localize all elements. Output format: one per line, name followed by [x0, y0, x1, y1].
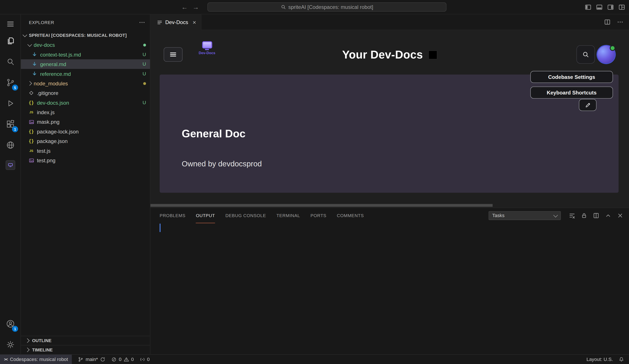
- online-status-dot: [610, 45, 615, 51]
- more-actions-icon[interactable]: [617, 19, 624, 25]
- command-center-search[interactable]: spriteAI [Codespaces: musical robot]: [207, 2, 446, 12]
- scm-badge: 5: [12, 85, 18, 91]
- remote-indicator[interactable]: >< Codespaces: musical robot: [0, 355, 72, 364]
- bottom-panel: PROBLEMS OUTPUT DEBUG CONSOLE TERMINAL P…: [151, 208, 629, 354]
- webview-search-button[interactable]: [577, 45, 595, 64]
- vscode-window: ← → spriteAI [Codespaces: musical robot]: [0, 0, 629, 364]
- sidebar-item-search[interactable]: [0, 55, 21, 69]
- edit-button[interactable]: [579, 99, 597, 111]
- markdown-icon: [31, 61, 38, 67]
- back-button[interactable]: ←: [181, 4, 188, 11]
- sidebar-item-run-debug[interactable]: [0, 96, 21, 111]
- tree-root-spriteai[interactable]: SPRITEAI [CODESPACES: MUSICAL ROBOT]: [21, 31, 150, 40]
- json-icon: {}: [28, 128, 34, 135]
- maximize-panel-icon[interactable]: [605, 212, 612, 219]
- git-branch-item[interactable]: main*: [75, 355, 108, 364]
- doc-title: General Doc: [182, 128, 246, 140]
- keyboard-shortcuts-button[interactable]: Keyboard Shortcuts: [530, 87, 613, 98]
- notifications-button[interactable]: [616, 355, 629, 364]
- page-title: Your Dev-Docs: [342, 49, 423, 61]
- file-test-js[interactable]: JS test.js: [21, 146, 150, 155]
- git-untracked-badge: U: [143, 61, 146, 67]
- globe-icon: [6, 140, 15, 150]
- output-channel-select[interactable]: Tasks: [489, 211, 561, 220]
- search-icon: [6, 57, 15, 67]
- gear-icon: [6, 340, 15, 349]
- markdown-icon: [31, 51, 38, 58]
- output-cursor: [160, 224, 160, 232]
- layout-status-item[interactable]: Layout: U.S.: [584, 355, 616, 364]
- devdocs-logo-image: [202, 41, 212, 48]
- tab-output[interactable]: OUTPUT: [196, 208, 215, 223]
- outline-section-header[interactable]: OUTLINE: [21, 336, 150, 345]
- timeline-section-header[interactable]: TIMELINE: [21, 345, 150, 354]
- sync-icon: [100, 357, 106, 362]
- file-package-lock-json[interactable]: {} package-lock.json: [21, 127, 150, 136]
- codebase-settings-button[interactable]: Codebase Settings: [530, 71, 613, 83]
- accounts-button[interactable]: 1: [0, 317, 21, 331]
- chevron-right-icon: [25, 348, 29, 352]
- chevron-right-icon: [27, 81, 32, 86]
- editor-tab-bar: Dev-Docs ×: [151, 14, 629, 30]
- close-tab-icon[interactable]: ×: [193, 19, 196, 26]
- tab-comments[interactable]: COMMENTS: [337, 208, 364, 223]
- file-general-md[interactable]: general.md U: [21, 59, 150, 69]
- sidebar-sections: OUTLINE TIMELINE: [21, 336, 150, 354]
- file-dev-docs-json[interactable]: {} dev-docs.json U: [21, 98, 150, 107]
- application-menu-button[interactable]: [0, 17, 21, 31]
- close-panel-icon[interactable]: [617, 212, 624, 219]
- file-gitignore[interactable]: .gitignore: [21, 88, 150, 98]
- markdown-icon: [31, 71, 38, 77]
- file-reference-md[interactable]: reference.md U: [21, 69, 150, 79]
- split-editor-icon[interactable]: [604, 19, 611, 25]
- problems-status-item[interactable]: 0 0: [108, 355, 137, 364]
- toggle-secondary-sidebar-icon[interactable]: [607, 4, 614, 10]
- files-icon: [6, 36, 15, 45]
- panel-tab-bar: PROBLEMS OUTPUT DEBUG CONSOLE TERMINAL P…: [151, 208, 629, 223]
- javascript-icon: JS: [28, 109, 34, 115]
- user-avatar[interactable]: [597, 46, 615, 63]
- ports-status-item[interactable]: 0: [137, 355, 153, 364]
- file-package-json[interactable]: {} package.json: [21, 136, 150, 146]
- chevron-down-icon: [27, 42, 32, 47]
- sidebar-item-devdocs-extension[interactable]: [0, 158, 21, 173]
- folder-node-modules[interactable]: node_modules: [21, 79, 150, 88]
- tab-dev-docs[interactable]: Dev-Docs ×: [151, 14, 201, 30]
- remote-icon: ><: [4, 357, 7, 362]
- toggle-panel-icon[interactable]: [596, 4, 603, 10]
- sidebar-item-explorer[interactable]: [0, 34, 21, 48]
- file-test-png[interactable]: test.png: [21, 156, 150, 165]
- git-icon: [28, 90, 34, 96]
- sidebar-item-source-control[interactable]: 5: [0, 75, 21, 90]
- tab-problems[interactable]: PROBLEMS: [160, 208, 185, 223]
- git-untracked-badge: U: [143, 100, 146, 105]
- status-bar-right: Layout: U.S.: [584, 355, 629, 364]
- file-context-test-js-md[interactable]: context-test.js.md U: [21, 50, 150, 59]
- sidebar-item-extensions[interactable]: 1: [0, 117, 21, 132]
- settings-button[interactable]: [0, 337, 21, 352]
- forward-button[interactable]: →: [193, 4, 199, 11]
- clear-output-icon[interactable]: [569, 212, 575, 219]
- git-untracked-badge: U: [143, 71, 146, 77]
- hamburger-menu-icon: [7, 21, 14, 27]
- explorer-header: EXPLORER: [21, 14, 150, 31]
- image-icon: [28, 118, 34, 125]
- explorer-title: EXPLORER: [29, 20, 54, 25]
- sidebar-item-github[interactable]: [0, 138, 21, 152]
- layout-controls: [585, 0, 625, 14]
- explorer-more-actions-icon[interactable]: [139, 19, 145, 26]
- status-bar: >< Codespaces: musical robot main* 0 0: [0, 354, 629, 364]
- search-icon: [281, 4, 286, 9]
- toggle-sidebar-icon[interactable]: [585, 4, 592, 10]
- tab-terminal[interactable]: TERMINAL: [277, 208, 300, 223]
- tab-debug-console[interactable]: DEBUG CONSOLE: [225, 208, 266, 223]
- lock-scroll-icon[interactable]: [581, 212, 587, 219]
- split-panel-icon[interactable]: [593, 212, 600, 219]
- horizontal-scrollbar[interactable]: [151, 204, 493, 207]
- file-mask-png[interactable]: mask.png: [21, 117, 150, 127]
- tab-ports[interactable]: PORTS: [310, 208, 326, 223]
- file-index-js[interactable]: JS index.js: [21, 107, 150, 117]
- image-icon: [28, 157, 34, 164]
- folder-dev-docs[interactable]: dev-docs: [21, 40, 150, 50]
- customize-layout-icon[interactable]: [619, 4, 625, 10]
